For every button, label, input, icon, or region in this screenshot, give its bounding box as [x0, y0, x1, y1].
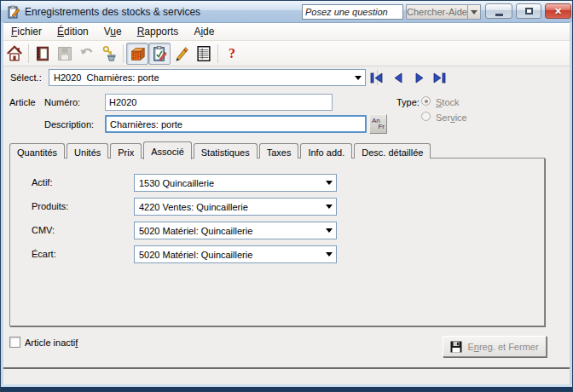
tab-info-add[interactable]: Info add. — [300, 143, 352, 159]
language-toggle-button[interactable]: An Fr — [369, 114, 387, 134]
first-record-icon — [370, 72, 384, 84]
home-button[interactable] — [3, 43, 26, 65]
minimize-icon — [495, 14, 503, 16]
undo-icon — [78, 44, 96, 63]
toolbar-separator — [123, 44, 124, 63]
chevron-down-icon[interactable] — [322, 246, 336, 262]
chevron-down-icon[interactable] — [351, 70, 365, 85]
actif-label: Actif: — [32, 177, 52, 187]
tab-desc-detaillee[interactable]: Desc. détaillée — [354, 143, 431, 159]
toolbar-separator — [28, 44, 29, 63]
next-record-button[interactable] — [411, 71, 428, 84]
save-icon — [450, 341, 462, 353]
window-frame-bottom — [1, 384, 572, 391]
key-remove-icon — [100, 44, 119, 63]
menu-aide[interactable]: Aide — [186, 24, 222, 39]
record-select-value: H2020 Charnières: porte — [49, 72, 351, 83]
description-label: Description: — [44, 119, 94, 130]
close-icon: ✕ — [554, 6, 562, 17]
activities-toggle-button[interactable] — [148, 43, 171, 65]
ecart-account-value: 5020 Matériel: Quincaillerie — [135, 250, 322, 260]
quill-pen-icon — [172, 44, 191, 63]
ecart-account-combobox[interactable]: 5020 Matériel: Quincaillerie — [134, 245, 337, 263]
chevron-down-icon[interactable] — [322, 175, 336, 191]
pen-button[interactable] — [171, 43, 193, 65]
produits-account-value: 4220 Ventes: Quincaillerie — [135, 202, 322, 212]
undo-button-disabled[interactable] — [76, 43, 98, 65]
cmv-account-combobox[interactable]: 5020 Matériel: Quincaillerie — [134, 222, 337, 239]
toolbar: ? — [3, 41, 570, 66]
menu-rapports[interactable]: Rapports — [130, 24, 187, 39]
article-section-label: Article — [9, 97, 36, 107]
status-bar — [3, 369, 570, 386]
save-button-disabled[interactable] — [54, 43, 76, 65]
maximize-button[interactable] — [516, 3, 541, 19]
ask-question-input[interactable] — [302, 4, 403, 20]
next-record-icon — [414, 72, 425, 84]
window-frame-right — [570, 22, 572, 391]
language-fr-label: Fr — [378, 124, 385, 130]
help-button[interactable]: ? — [221, 43, 243, 65]
journal-button[interactable] — [32, 43, 54, 65]
record-selector-row: Sélect.: H2020 Charnières: porte — [3, 66, 570, 89]
close-button[interactable]: ✕ — [545, 3, 571, 19]
inventory-cube-icon — [128, 44, 147, 63]
window-frame-left — [1, 22, 3, 391]
save-icon — [55, 44, 74, 63]
article-inactive-checkbox[interactable] — [9, 337, 20, 348]
previous-record-icon — [392, 72, 403, 84]
last-record-button[interactable] — [431, 71, 448, 84]
associe-tab-panel: Actif: 1530 Quincaillerie Produits: 4220… — [9, 158, 545, 326]
previous-record-button[interactable] — [389, 71, 406, 84]
produits-label: Produits: — [32, 201, 68, 211]
record-select-combobox[interactable]: H2020 Charnières: porte — [49, 69, 366, 86]
tab-statistiques[interactable]: Statistiques — [194, 143, 258, 159]
select-label: Sélect.: — [10, 72, 42, 83]
tab-quantites[interactable]: Quantités — [9, 143, 65, 159]
menu-vue[interactable]: Vue — [96, 24, 130, 39]
tab-unites[interactable]: Unités — [67, 143, 108, 159]
radio-service[interactable] — [421, 112, 431, 121]
tab-strip: Quantités Unités Prix Associé Statistiqu… — [9, 141, 432, 159]
actif-account-combobox[interactable]: 1530 Quincaillerie — [134, 174, 337, 192]
last-record-icon — [432, 72, 446, 84]
cmv-label: CMV: — [32, 225, 55, 235]
article-inactive-label: Article inactif — [25, 337, 78, 348]
ledger-icon — [194, 44, 213, 63]
radio-stock[interactable] — [421, 96, 431, 106]
menu-fichier[interactable]: Fichier — [3, 24, 49, 39]
cmv-account-value: 5020 Matériel: Quincaillerie — [135, 226, 322, 236]
tab-taxes[interactable]: Taxes — [259, 143, 299, 159]
radio-service-label: Service — [436, 112, 467, 123]
search-help-button[interactable]: Chercher-Aide — [406, 4, 467, 20]
chevron-down-icon[interactable] — [322, 199, 336, 215]
window-title: Enregistrements des stocks & services — [25, 6, 200, 18]
ecart-label: Écart: — [32, 249, 56, 259]
tab-associe[interactable]: Associé — [143, 141, 192, 159]
remove-record-button[interactable] — [98, 43, 120, 65]
minimize-button[interactable] — [485, 3, 512, 19]
toolbar-separator — [217, 44, 218, 63]
save-and-close-button[interactable]: Enreg. et Fermer — [443, 336, 547, 357]
produits-account-combobox[interactable]: 4220 Ventes: Quincaillerie — [134, 198, 337, 216]
description-input[interactable] — [105, 115, 367, 133]
chevron-down-icon[interactable] — [322, 222, 336, 239]
numero-input[interactable] — [105, 94, 333, 111]
journal-icon — [33, 44, 52, 63]
type-label: Type: — [396, 97, 420, 107]
actif-account-value: 1530 Quincaillerie — [135, 178, 322, 188]
numero-label: Numéro: — [44, 97, 80, 107]
tab-prix[interactable]: Prix — [110, 143, 142, 159]
menu-edition[interactable]: Édition — [49, 24, 96, 39]
help-icon: ? — [229, 46, 235, 61]
menu-bar: Fichier Édition Vue Rapports Aide — [3, 23, 570, 41]
app-clipboard-icon — [7, 5, 20, 19]
search-help-dropdown-icon[interactable] — [467, 4, 481, 20]
radio-stock-dot — [425, 100, 428, 103]
first-record-button[interactable] — [368, 71, 385, 84]
inventory-toggle-button[interactable] — [126, 43, 148, 65]
maximize-icon — [525, 8, 533, 14]
radio-stock-label: Stock — [436, 97, 460, 107]
title-bar: Enregistrements des stocks & services Ch… — [1, 1, 573, 23]
ledger-button[interactable] — [193, 43, 215, 65]
